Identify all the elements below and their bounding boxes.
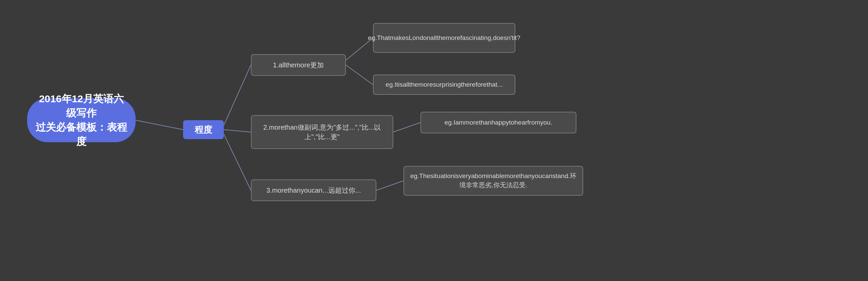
example-node-1b: eg.Itisallthemoresurprisingthereforethat… xyxy=(373,74,515,95)
branch3-text: 3.morethanyoucan...远超过你... xyxy=(266,186,361,195)
example-node-3: eg.Thesituationisveryabominablemorethany… xyxy=(403,166,583,196)
ex1a-text: eg.ThatmakesLondonallthemorefascinating,… xyxy=(368,34,520,43)
branch-node-1: 1.allthemore更加 xyxy=(251,54,346,76)
mindmap-container: 2016年12月英语六级写作 过关必备模板：表程度 程度 1.allthemor… xyxy=(0,0,868,281)
branch-node-3: 3.morethanyoucan...远超过你... xyxy=(251,179,376,201)
branch-node-2: 2.morethan做副词,意为"多过...","比...以上","比...更" xyxy=(251,115,393,149)
central-line1: 2016年12月英语六级写作 xyxy=(34,92,129,120)
svg-line-6 xyxy=(393,123,420,132)
svg-line-7 xyxy=(376,181,403,190)
ex3-text: eg.Thesituationisveryabominablemorethany… xyxy=(410,172,577,190)
central-line2: 过关必备模板：表程度 xyxy=(34,120,129,149)
svg-line-5 xyxy=(346,65,373,85)
branch1-text: 1.allthemore更加 xyxy=(273,60,324,70)
svg-line-1 xyxy=(224,65,251,125)
svg-line-3 xyxy=(224,134,251,190)
hub-label: 程度 xyxy=(195,124,212,136)
svg-line-0 xyxy=(136,120,183,130)
svg-line-2 xyxy=(224,130,251,132)
ex2-text: eg.Iammorethanhappytohearfromyou. xyxy=(445,118,552,127)
central-node: 2016年12月英语六级写作 过关必备模板：表程度 xyxy=(27,98,136,142)
branch2-text: 2.morethan做副词,意为"多过...","比...以上","比...更" xyxy=(257,123,387,142)
example-node-2: eg.Iammorethanhappytohearfromyou. xyxy=(420,112,576,133)
example-node-1a: eg.ThatmakesLondonallthemorefascinating,… xyxy=(373,23,515,53)
hub-node: 程度 xyxy=(183,120,224,139)
ex1b-text: eg.Itisallthemoresurprisingthereforethat… xyxy=(386,80,502,89)
